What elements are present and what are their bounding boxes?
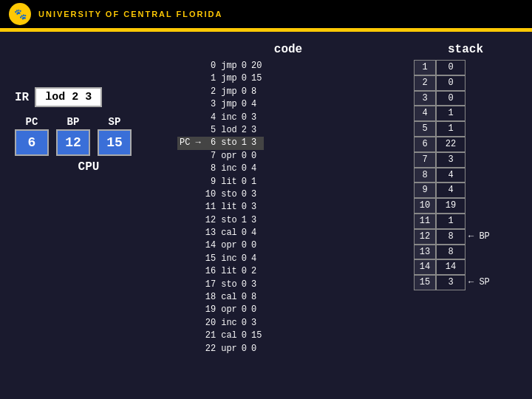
code-b: 0 — [249, 239, 264, 252]
code-row: 22upr00 — [177, 343, 264, 355]
code-a: 0 — [239, 291, 249, 304]
stack-val: 3 — [436, 152, 466, 168]
stack-row-wrapper: 30 — [414, 91, 517, 106]
code-b: 3 — [249, 112, 264, 124]
stack-idx: 10 — [414, 198, 436, 214]
ir-label: IR — [15, 91, 29, 104]
code-addr: 4 — [203, 112, 219, 124]
pc-label: PC — [15, 116, 49, 128]
stack-row-tr: 30 — [414, 91, 517, 106]
code-a: 0 — [239, 227, 249, 239]
code-row: 7opr00 — [177, 150, 264, 163]
pc-arrow-cell — [177, 150, 203, 163]
stack-val: 1 — [436, 121, 466, 137]
code-op: lit — [219, 176, 239, 188]
code-table: 0jmp0201jmp0152jmp083jmp044inc035lod23PC… — [177, 60, 264, 355]
stack-title: stack — [414, 43, 517, 56]
code-row: 3jmp04 — [177, 98, 264, 111]
pc-arrow-cell — [177, 343, 203, 355]
code-a: 0 — [239, 98, 249, 111]
header-bar: 🐾 UNIVERSITY OF CENTRAL FLORIDA — [0, 0, 532, 28]
pc-arrow-cell — [177, 317, 203, 330]
code-addr: 21 — [203, 330, 219, 342]
code-a: 0 — [239, 163, 249, 175]
code-title: code — [177, 43, 399, 56]
code-b: 3 — [249, 201, 264, 214]
code-a: 0 — [239, 330, 249, 342]
code-a: 0 — [239, 304, 249, 316]
code-addr: 8 — [203, 163, 219, 175]
code-op: sto — [219, 279, 239, 291]
code-addr: 1 — [203, 72, 219, 85]
code-op: sto — [219, 214, 239, 227]
code-op: inc — [219, 112, 239, 124]
code-a: 2 — [239, 124, 249, 137]
pc-arrow-cell — [177, 330, 203, 342]
stack-row-wrapper: 1019 — [414, 198, 517, 214]
code-op: cal — [219, 291, 239, 304]
code-addr: 3 — [203, 98, 219, 111]
stack-idx: 12 — [414, 229, 436, 245]
code-b: 4 — [249, 227, 264, 239]
code-b: 1 — [249, 176, 264, 188]
sp-box: 15 — [98, 129, 132, 156]
code-b: 3 — [249, 188, 264, 201]
pc-arrow-cell — [177, 72, 203, 85]
code-b: 20 — [249, 60, 264, 72]
code-a: 1 — [239, 137, 249, 149]
code-op: jmp — [219, 86, 239, 98]
code-addr: 13 — [203, 227, 219, 239]
code-addr: 19 — [203, 304, 219, 316]
pc-arrow-cell — [177, 291, 203, 304]
code-b: 3 — [249, 214, 264, 227]
pc-arrow-cell — [177, 253, 203, 265]
sp-pointer-label: ← SP — [468, 276, 490, 289]
stack-row-tr: 128← BP — [414, 229, 517, 245]
code-op: upr — [219, 343, 239, 355]
stack-val: 19 — [436, 198, 466, 214]
stack-row-wrapper: 84 — [414, 168, 517, 183]
stack-idx: 14 — [414, 259, 436, 275]
stack-val: 0 — [436, 60, 466, 75]
register-labels: PC BP SP — [15, 116, 163, 128]
stack-val: 1 — [436, 214, 466, 229]
code-addr: 10 — [203, 188, 219, 201]
code-op: lit — [219, 201, 239, 214]
ir-box: lod 2 3 — [35, 87, 102, 107]
code-a: 1 — [239, 214, 249, 227]
code-a: 0 — [239, 239, 249, 252]
stack-row-tr: 138 — [414, 245, 517, 260]
code-a: 0 — [239, 86, 249, 98]
stack-row-tr: 111 — [414, 214, 517, 229]
pc-box: 6 — [15, 129, 49, 156]
sp-label: SP — [98, 116, 132, 128]
pc-arrow-cell — [177, 279, 203, 291]
pc-arrow-cell — [177, 227, 203, 239]
register-boxes: 6 12 15 — [15, 129, 163, 156]
code-op: opr — [219, 304, 239, 316]
code-b: 0 — [249, 150, 264, 163]
stack-row-tr: 10 — [414, 60, 517, 75]
code-op: opr — [219, 239, 239, 252]
pc-arrow-cell — [177, 124, 203, 137]
stack-idx: 3 — [414, 91, 436, 106]
stack-row-tr: 94 — [414, 183, 517, 198]
code-row: 21cal015 — [177, 330, 264, 342]
bp-pointer-label: ← BP — [468, 231, 490, 243]
code-op: sto — [219, 137, 239, 149]
stack-val: 22 — [436, 137, 466, 152]
stack-table: 10203041516227384941019111128← BP1381414… — [414, 60, 517, 290]
code-addr: 11 — [203, 201, 219, 214]
stack-val: 14 — [436, 259, 466, 275]
code-a: 0 — [239, 60, 249, 72]
pc-arrow-cell — [177, 304, 203, 316]
pc-arrow-cell — [177, 265, 203, 278]
code-row: 9lit01 — [177, 176, 264, 188]
code-op: jmp — [219, 60, 239, 72]
pc-arrow-cell — [177, 163, 203, 175]
stack-val: 4 — [436, 183, 466, 198]
code-row: 8inc04 — [177, 163, 264, 175]
code-a: 0 — [239, 201, 249, 214]
code-op: lit — [219, 265, 239, 278]
code-b: 0 — [249, 304, 264, 316]
